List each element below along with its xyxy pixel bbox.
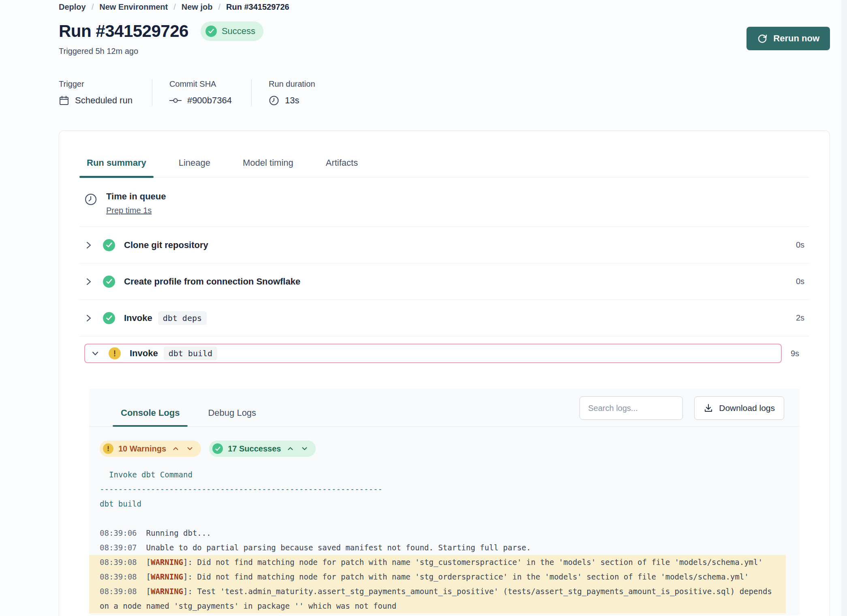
step-label: Invoke xyxy=(124,313,152,323)
status-badge: Success xyxy=(201,21,263,41)
tab-run-summary[interactable]: Run summary xyxy=(79,158,154,177)
success-check-icon xyxy=(103,239,115,251)
download-logs-button[interactable]: Download logs xyxy=(694,396,784,420)
step-invoke-dbt-build[interactable]: Invoke dbt build 9s xyxy=(79,336,809,370)
log-panel: Console Logs Debug Logs Download logs 10… xyxy=(89,388,800,615)
clock-icon xyxy=(84,193,97,206)
time-in-queue-title: Time in queue xyxy=(106,191,166,202)
selected-step-outline[interactable]: Invoke dbt build xyxy=(84,344,782,363)
page-title: Run #341529726 xyxy=(59,21,188,41)
tab-debug-logs[interactable]: Debug Logs xyxy=(200,408,264,426)
log-summary-badges: 10 Warnings 17 Successes xyxy=(100,441,800,457)
step-label: Clone git repository xyxy=(124,240,208,250)
breadcrumb-separator: / xyxy=(173,2,176,12)
time-in-queue-section: Time in queue Prep time 1s xyxy=(79,178,809,227)
warnings-badge[interactable]: 10 Warnings xyxy=(100,441,201,457)
step-duration: 9s xyxy=(791,349,809,358)
search-logs-input[interactable] xyxy=(580,396,683,420)
calendar-icon xyxy=(59,95,69,106)
meta-trigger: Trigger Scheduled run xyxy=(59,79,152,106)
chevron-down-icon[interactable] xyxy=(91,351,100,356)
meta-trigger-value: Scheduled run xyxy=(75,95,133,106)
chevron-right-icon[interactable] xyxy=(84,314,93,323)
step-duration: 0s xyxy=(796,277,804,286)
meta-duration-value: 13s xyxy=(285,95,299,106)
breadcrumb-item-run: Run #341529726 xyxy=(226,2,289,12)
page-header: Deploy / New Environment / New job / Run… xyxy=(0,0,847,106)
tab-artifacts[interactable]: Artifacts xyxy=(319,158,365,177)
chevron-right-icon[interactable] xyxy=(84,241,93,250)
success-check-icon xyxy=(103,276,115,288)
step-clone-git-repository[interactable]: Clone git repository 0s xyxy=(79,227,809,263)
download-icon xyxy=(704,403,713,413)
prep-time-link[interactable]: Prep time 1s xyxy=(106,206,152,215)
tab-lineage[interactable]: Lineage xyxy=(171,158,218,177)
rerun-now-button[interactable]: Rerun now xyxy=(746,27,830,50)
console-log-output: Invoke dbt Command ---------------------… xyxy=(89,467,800,613)
log-toolbar: Console Logs Debug Logs Download logs xyxy=(89,388,800,427)
meta-commit: Commit SHA #900b7364 xyxy=(152,79,251,106)
tab-model-timing[interactable]: Model timing xyxy=(235,158,301,177)
meta-duration: Run duration 13s xyxy=(251,79,335,106)
step-command-chip: dbt deps xyxy=(158,311,207,325)
chevron-down-icon[interactable] xyxy=(185,447,195,451)
breadcrumb-separator: / xyxy=(92,2,94,12)
download-logs-label: Download logs xyxy=(719,403,775,413)
success-check-icon xyxy=(212,443,223,454)
success-check-icon xyxy=(103,312,115,324)
log-command-title: Invoke dbt Command xyxy=(89,467,786,482)
breadcrumb-separator: / xyxy=(218,2,220,12)
commit-icon xyxy=(169,97,182,104)
status-badge-label: Success xyxy=(222,26,255,36)
breadcrumb-item-environment[interactable]: New Environment xyxy=(99,2,168,12)
successes-badge-label: 17 Successes xyxy=(228,444,281,453)
run-tabs: Run summary Lineage Model timing Artifac… xyxy=(79,131,809,178)
triggered-text: Triggered 5h 12m ago xyxy=(59,47,830,56)
warning-icon xyxy=(103,443,113,454)
step-command-chip: dbt build xyxy=(164,346,217,360)
warning-icon xyxy=(109,347,121,359)
breadcrumb: Deploy / New Environment / New job / Run… xyxy=(59,2,830,12)
chevron-up-icon[interactable] xyxy=(286,447,295,451)
step-label: Create profile from connection Snowflake xyxy=(124,276,300,287)
step-label: Invoke xyxy=(130,348,158,359)
meta-duration-label: Run duration xyxy=(269,79,315,89)
run-summary-card: Run summary Lineage Model timing Artifac… xyxy=(59,130,830,616)
run-meta: Trigger Scheduled run Commit SHA #900b73… xyxy=(59,79,830,106)
chevron-down-icon[interactable] xyxy=(300,447,309,451)
step-invoke-dbt-deps[interactable]: Invoke dbt deps 2s xyxy=(79,300,809,336)
log-line-warning: 08:39:08[WARNING]: Did not find matching… xyxy=(89,569,786,584)
meta-commit-value: #900b7364 xyxy=(187,95,232,106)
log-line-warning: 08:39:08[WARNING]: Test 'test.admin_matu… xyxy=(89,584,786,613)
scrollbar[interactable] xyxy=(841,0,847,616)
log-line-warning: 08:39:08[WARNING]: Did not find matching… xyxy=(89,555,786,569)
log-separator-line: ----------------------------------------… xyxy=(89,482,786,496)
log-command: dbt build xyxy=(89,496,786,511)
warnings-badge-label: 10 Warnings xyxy=(118,444,166,453)
chevron-up-icon[interactable] xyxy=(171,447,180,451)
step-duration: 0s xyxy=(796,240,804,250)
breadcrumb-item-job[interactable]: New job xyxy=(182,2,213,12)
breadcrumb-item-deploy[interactable]: Deploy xyxy=(59,2,86,12)
chevron-right-icon[interactable] xyxy=(84,277,93,286)
step-create-profile[interactable]: Create profile from connection Snowflake… xyxy=(79,263,809,300)
log-line: 08:39:07Unable to do partial parsing bec… xyxy=(89,540,786,555)
log-line: 08:39:06Running dbt... xyxy=(89,526,786,540)
success-check-icon xyxy=(205,26,217,37)
meta-trigger-label: Trigger xyxy=(59,79,133,89)
clock-icon xyxy=(269,95,279,106)
tab-console-logs[interactable]: Console Logs xyxy=(113,408,188,426)
step-duration: 2s xyxy=(796,313,804,323)
successes-badge[interactable]: 17 Successes xyxy=(209,441,316,457)
meta-commit-label: Commit SHA xyxy=(169,79,232,89)
refresh-icon xyxy=(757,33,768,44)
rerun-now-label: Rerun now xyxy=(773,33,819,44)
